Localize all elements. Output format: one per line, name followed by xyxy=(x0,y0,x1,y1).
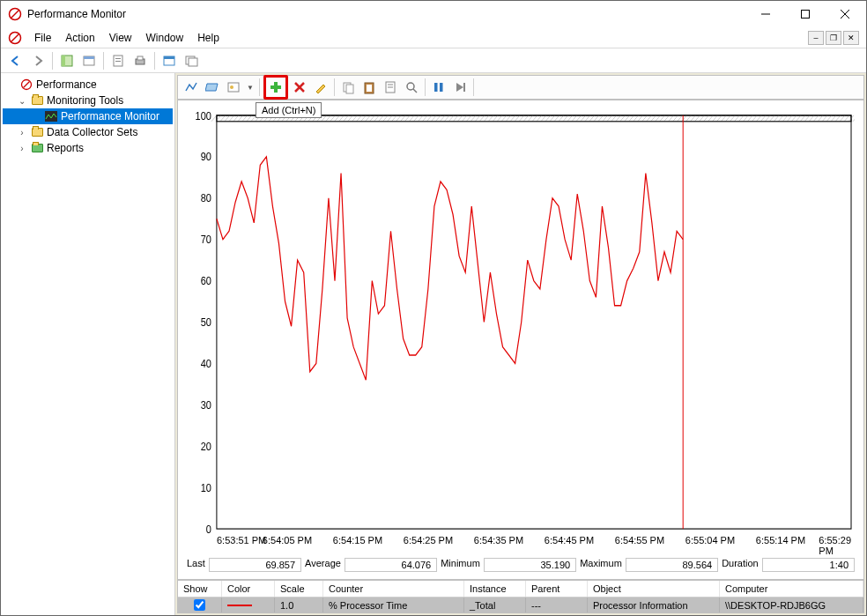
close-button[interactable] xyxy=(825,2,864,26)
toolbar-separator xyxy=(103,52,104,70)
svg-text:60: 60 xyxy=(201,274,212,287)
x-tick: 6:55:14 PM xyxy=(756,535,805,545)
menu-action[interactable]: Action xyxy=(58,29,101,47)
col-object[interactable]: Object xyxy=(588,581,720,597)
svg-rect-33 xyxy=(367,85,372,92)
perfmon-toolbar: ▼ Add (Ctrl+N) xyxy=(177,75,864,100)
back-button[interactable] xyxy=(6,51,26,71)
svg-text:50: 50 xyxy=(201,315,212,329)
svg-rect-20 xyxy=(189,58,197,66)
svg-line-1 xyxy=(11,11,19,18)
row-show-checkbox[interactable] xyxy=(194,599,205,611)
svg-text:80: 80 xyxy=(201,192,212,205)
refresh-button[interactable] xyxy=(159,51,179,71)
tree-label: Reports xyxy=(47,142,84,154)
counter-grid[interactable]: Show Color Scale Counter Instance Parent… xyxy=(177,580,864,613)
x-tick: 6:54:35 PM xyxy=(474,535,523,545)
col-scale[interactable]: Scale xyxy=(275,581,323,597)
tooltip: Add (Ctrl+N) xyxy=(256,102,322,118)
x-tick: 6:54:45 PM xyxy=(545,535,594,545)
menu-view[interactable]: View xyxy=(102,29,139,47)
copy-button[interactable] xyxy=(338,78,358,97)
show-hide-tree-button[interactable] xyxy=(57,51,77,71)
svg-rect-13 xyxy=(115,58,121,59)
row-scale: 1.0 xyxy=(275,597,323,612)
svg-line-38 xyxy=(413,89,417,93)
svg-line-22 xyxy=(24,82,30,88)
tree-pane[interactable]: Performance ⌄ Monitoring Tools Performan… xyxy=(1,73,175,615)
paste-button[interactable] xyxy=(359,78,379,97)
mdi-minimize-button[interactable]: – xyxy=(808,31,824,45)
delete-counter-button[interactable] xyxy=(290,78,309,97)
tree-label: Performance Monitor xyxy=(61,110,159,122)
svg-text:70: 70 xyxy=(201,234,212,247)
svg-rect-14 xyxy=(115,61,121,62)
zoom-button[interactable] xyxy=(402,78,421,97)
outer-toolbar xyxy=(1,48,866,73)
tree-label: Performance xyxy=(36,78,97,91)
update-button[interactable] xyxy=(450,78,470,97)
svg-rect-31 xyxy=(346,85,353,93)
menu-help[interactable]: Help xyxy=(190,29,226,47)
col-computer[interactable]: Computer xyxy=(720,581,863,597)
tree-data-collector-sets[interactable]: › Data Collector Sets xyxy=(3,124,173,140)
view-graph-button[interactable] xyxy=(182,78,201,97)
svg-rect-18 xyxy=(164,56,174,59)
col-counter[interactable]: Counter xyxy=(323,581,464,597)
col-parent[interactable]: Parent xyxy=(526,581,588,597)
app-icon xyxy=(8,7,22,21)
stats-row: Last 69.857 Average 64.076 Minimum 35.19… xyxy=(187,554,855,575)
freeze-button[interactable] xyxy=(429,78,448,97)
highlight-button[interactable] xyxy=(311,78,330,97)
svg-line-7 xyxy=(11,34,19,41)
x-tick: 6:54:05 PM xyxy=(263,535,312,545)
add-counter-button[interactable] xyxy=(263,75,288,100)
svg-text:30: 30 xyxy=(201,398,212,412)
chart-area[interactable]: 0102030405060708090100 xyxy=(187,109,855,535)
new-window-button[interactable] xyxy=(182,51,201,71)
maximize-button[interactable] xyxy=(785,2,825,26)
svg-text:100: 100 xyxy=(196,109,212,122)
x-tick: 6:54:15 PM xyxy=(333,535,382,545)
grid-row[interactable]: 1.0 % Processor Time _Total --- Processo… xyxy=(178,597,863,612)
dropdown-arrow[interactable]: ▼ xyxy=(245,84,256,92)
menu-window[interactable]: Window xyxy=(139,29,191,47)
forward-button[interactable] xyxy=(28,51,48,71)
row-computer: \\DESKTOP-RDJB6GG xyxy=(720,597,863,612)
x-tick: 6:53:51 PM xyxy=(217,535,266,545)
toolbar-separator xyxy=(334,78,335,96)
view-report-button[interactable] xyxy=(224,78,243,97)
col-instance[interactable]: Instance xyxy=(464,581,526,597)
stat-last-label: Last xyxy=(187,558,205,572)
stat-dur-label: Duration xyxy=(722,558,759,572)
grid-header: Show Color Scale Counter Instance Parent… xyxy=(178,581,863,597)
print-button[interactable] xyxy=(130,51,150,71)
mdi-restore-button[interactable]: ❐ xyxy=(826,31,841,45)
col-color[interactable]: Color xyxy=(222,581,275,597)
tree-monitoring-tools[interactable]: ⌄ Monitoring Tools xyxy=(3,93,173,108)
svg-text:20: 20 xyxy=(201,440,212,453)
menu-file[interactable]: File xyxy=(27,29,58,47)
minimize-button[interactable] xyxy=(745,2,785,26)
right-pane: ▼ Add (Ctrl+N) 0102030405060708090100 6:… xyxy=(175,73,866,615)
view-histogram-button[interactable] xyxy=(203,78,222,97)
col-show[interactable]: Show xyxy=(178,581,222,597)
export-button[interactable] xyxy=(108,51,128,71)
stat-last-value: 69.857 xyxy=(209,558,301,572)
tree-reports[interactable]: › Reports xyxy=(3,140,173,156)
svg-rect-40 xyxy=(440,83,443,92)
svg-line-43 xyxy=(211,115,217,122)
toolbar-separator xyxy=(425,78,426,96)
properties-button[interactable] xyxy=(79,51,99,71)
tree-root-performance[interactable]: Performance xyxy=(3,77,173,93)
row-counter: % Processor Time xyxy=(323,597,464,612)
properties-button[interactable] xyxy=(381,78,400,97)
tree-performance-monitor[interactable]: Performance Monitor xyxy=(3,108,173,124)
chart-x-axis: 6:53:51 PM6:54:05 PM6:54:15 PM6:54:25 PM… xyxy=(217,535,851,549)
svg-text:0: 0 xyxy=(206,523,211,535)
stat-min-label: Minimum xyxy=(441,558,480,572)
row-object: Processor Information xyxy=(588,597,720,612)
mdi-close-button[interactable]: ✕ xyxy=(843,31,859,45)
stat-min-value: 35.190 xyxy=(484,558,576,572)
svg-rect-3 xyxy=(801,11,809,19)
